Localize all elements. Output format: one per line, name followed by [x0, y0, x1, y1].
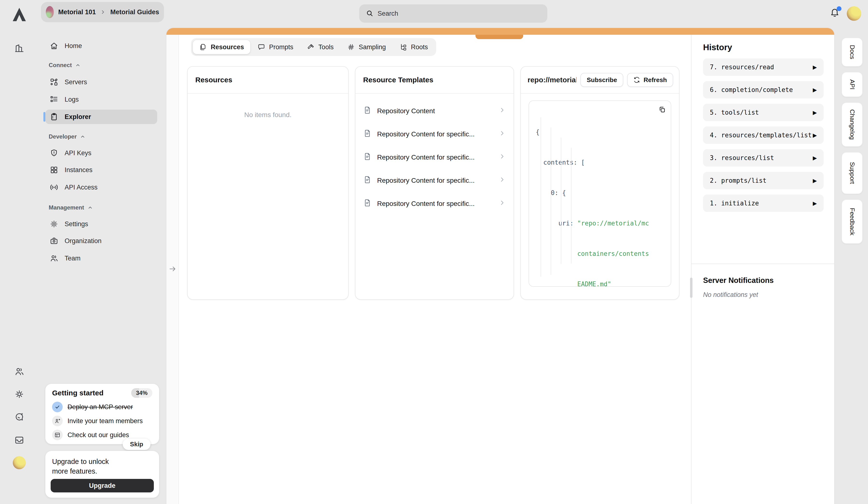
- history-panel: History 7. resources/read▶ 6. completion…: [692, 35, 834, 504]
- file-icon: [363, 199, 372, 209]
- tab-resources[interactable]: Resources: [193, 40, 250, 54]
- sidebar-item-explorer[interactable]: Explorer: [45, 110, 157, 124]
- sidebar-section-management[interactable]: Management: [49, 204, 93, 211]
- history-item[interactable]: 6. completion/complete▶: [703, 81, 824, 99]
- notifications-empty-state: No notifications yet: [703, 291, 823, 299]
- history-item[interactable]: 1. initialize▶: [703, 194, 824, 212]
- skip-button[interactable]: Skip: [123, 439, 151, 450]
- dock-tab-support[interactable]: Support: [841, 152, 863, 194]
- gear-icon: [50, 220, 58, 228]
- chevron-right-icon: [499, 130, 506, 139]
- workspace-avatar: [46, 6, 54, 18]
- avatar[interactable]: [0, 456, 39, 469]
- files-icon: [199, 43, 207, 51]
- sidebar-item-settings[interactable]: Settings: [45, 217, 157, 231]
- sidebar-item-api-access[interactable]: API Access: [45, 180, 157, 194]
- user-avatar[interactable]: [847, 6, 861, 21]
- tab-prompts[interactable]: Prompts: [251, 40, 300, 54]
- template-row[interactable]: Repository Content for specific...: [357, 147, 512, 168]
- message-icon: [258, 43, 265, 51]
- sidebar-item-instances[interactable]: Instances: [45, 163, 157, 177]
- getting-started-card: Getting started 34% Deploy an MCP server…: [45, 384, 159, 444]
- home-icon: [50, 41, 58, 50]
- sidebar-item-team[interactable]: Team: [45, 251, 157, 265]
- file-icon: [363, 152, 372, 163]
- settings-gear-icon[interactable]: [0, 389, 39, 399]
- upgrade-text-line2: more features.: [52, 466, 152, 476]
- tree-icon: [399, 43, 407, 51]
- inbox-icon[interactable]: [0, 435, 39, 445]
- history-title: History: [703, 42, 824, 52]
- explorer-content: Resources Prompts Tools Sampling Roots: [179, 35, 691, 504]
- app: Metorial 101 Metorial Guides Home Connec…: [0, 0, 868, 504]
- history-item[interactable]: 5. tools/list▶: [703, 104, 824, 121]
- breadcrumb-page[interactable]: Metorial Guides: [110, 9, 159, 16]
- metorial-logo-icon[interactable]: [0, 6, 39, 23]
- copy-icon[interactable]: [658, 106, 666, 115]
- refresh-button[interactable]: Refresh: [627, 73, 673, 87]
- template-row[interactable]: Repository Content: [357, 100, 512, 122]
- template-row[interactable]: Repository Content for specific...: [357, 123, 512, 145]
- table-icon: [52, 430, 63, 440]
- tab-roots[interactable]: Roots: [393, 40, 434, 54]
- search-icon: [365, 9, 374, 17]
- templates-panel-title: Resource Templates: [363, 76, 433, 84]
- upgrade-button[interactable]: Upgrade: [51, 479, 154, 492]
- notifications-bell-icon[interactable]: [829, 7, 841, 19]
- sidebar-item-servers[interactable]: Servers: [45, 75, 157, 89]
- dock-tab-api[interactable]: API: [841, 72, 863, 97]
- subscribe-button[interactable]: Subscribe: [580, 73, 623, 87]
- sidebar-item-organization[interactable]: Organization: [45, 234, 157, 248]
- chevron-up-icon: [80, 134, 85, 139]
- chevron-up-icon: [87, 205, 93, 210]
- logs-icon: [50, 95, 58, 104]
- dock-tab-changelog[interactable]: Changelog: [841, 102, 863, 147]
- chevron-right-icon: [499, 153, 506, 162]
- sidebar-section-connect[interactable]: Connect: [49, 62, 81, 69]
- sidebar-item-home[interactable]: Home: [45, 39, 157, 53]
- resource-json-viewer: { contents: [ 0: { uri: "repo://metorial…: [528, 100, 671, 287]
- resource-templates-panel: Resource Templates Repository Content Re…: [355, 66, 514, 300]
- play-icon[interactable]: ▶: [813, 110, 817, 115]
- explorer-tabs: Resources Prompts Tools Sampling Roots: [191, 38, 436, 56]
- sidebar-item-logs[interactable]: Logs: [45, 92, 157, 107]
- dock-tab-feedback[interactable]: Feedback: [841, 199, 863, 244]
- expand-sidebar-icon[interactable]: [168, 264, 177, 273]
- tab-sampling[interactable]: Sampling: [341, 40, 392, 54]
- breadcrumb-workspace[interactable]: Metorial 101: [58, 9, 96, 16]
- template-row[interactable]: Repository Content for specific...: [357, 170, 512, 191]
- play-icon[interactable]: ▶: [813, 64, 817, 70]
- play-icon[interactable]: ▶: [813, 155, 817, 161]
- history-item[interactable]: 3. resources/list▶: [703, 149, 824, 167]
- resources-panel-title: Resources: [195, 76, 232, 84]
- task-invite-team[interactable]: Invite your team members: [52, 416, 152, 426]
- tab-tools[interactable]: Tools: [301, 40, 340, 54]
- feedback-chat-icon[interactable]: [0, 412, 39, 422]
- history-item[interactable]: 4. resources/templates/list▶: [703, 127, 824, 144]
- sidebar-section-developer[interactable]: Developer: [49, 133, 85, 140]
- refresh-icon: [633, 77, 640, 83]
- resource-uri-title: repo://metorial/: [528, 76, 577, 84]
- play-icon[interactable]: ▶: [813, 200, 817, 206]
- history-item[interactable]: 7. resources/read▶: [703, 58, 824, 76]
- hammer-icon: [307, 43, 314, 51]
- organization-icon[interactable]: [0, 43, 39, 53]
- play-icon[interactable]: ▶: [813, 132, 817, 138]
- play-icon[interactable]: ▶: [813, 178, 817, 184]
- user-plus-icon: [52, 416, 63, 426]
- users-icon[interactable]: [0, 366, 39, 376]
- template-row[interactable]: Repository Content for specific...: [357, 193, 512, 214]
- play-icon[interactable]: ▶: [813, 87, 817, 93]
- sidebar: Metorial 101 Metorial Guides Home Connec…: [39, 0, 166, 504]
- breadcrumb[interactable]: Metorial 101 Metorial Guides: [41, 2, 164, 22]
- dock-tab-docs[interactable]: Docs: [841, 38, 863, 67]
- search-input[interactable]: [378, 4, 541, 23]
- check-icon: [52, 402, 63, 412]
- chevron-right-icon: [499, 107, 506, 115]
- accent-bar: [166, 28, 834, 35]
- history-item[interactable]: 2. prompts/list▶: [703, 172, 824, 189]
- sidebar-item-api-keys[interactable]: API Keys: [45, 146, 157, 160]
- server-notifications-section: Server Notifications No notifications ye…: [692, 264, 834, 299]
- task-deploy-server[interactable]: Deploy an MCP server: [52, 402, 152, 412]
- file-icon: [363, 106, 372, 116]
